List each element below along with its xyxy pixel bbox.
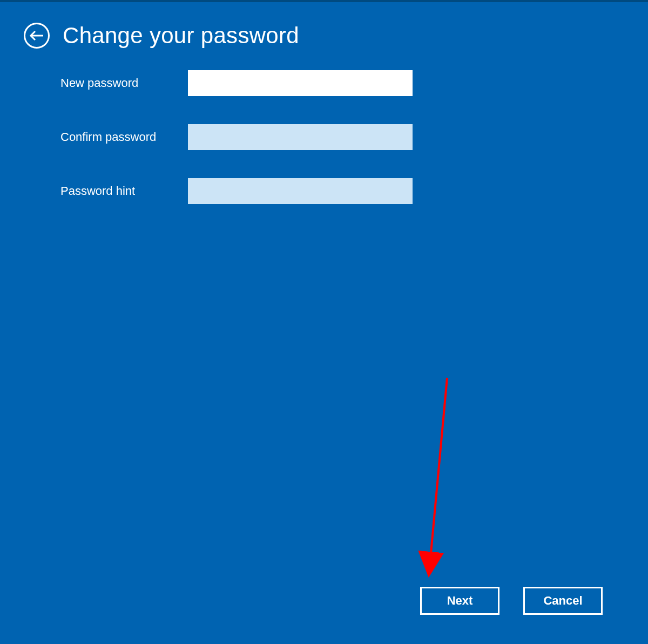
page-title: Change your password <box>63 23 299 49</box>
new-password-label: New password <box>60 76 188 90</box>
arrow-left-icon <box>29 30 44 41</box>
confirm-password-row: Confirm password <box>60 124 648 150</box>
header: Change your password <box>0 2 648 49</box>
footer-buttons: Next Cancel <box>420 587 603 615</box>
new-password-row: New password <box>60 70 648 96</box>
password-hint-label: Password hint <box>60 184 188 198</box>
next-button[interactable]: Next <box>420 587 500 615</box>
new-password-input[interactable] <box>188 70 413 96</box>
confirm-password-input[interactable] <box>188 124 413 150</box>
cancel-button[interactable]: Cancel <box>523 587 603 615</box>
back-button[interactable] <box>24 23 50 49</box>
confirm-password-label: Confirm password <box>60 130 188 144</box>
password-hint-input[interactable] <box>188 178 413 204</box>
password-form: New password Confirm password Password h… <box>0 49 648 204</box>
svg-line-2 <box>430 378 447 565</box>
annotation-arrow-icon <box>389 375 464 580</box>
password-hint-row: Password hint <box>60 178 648 204</box>
